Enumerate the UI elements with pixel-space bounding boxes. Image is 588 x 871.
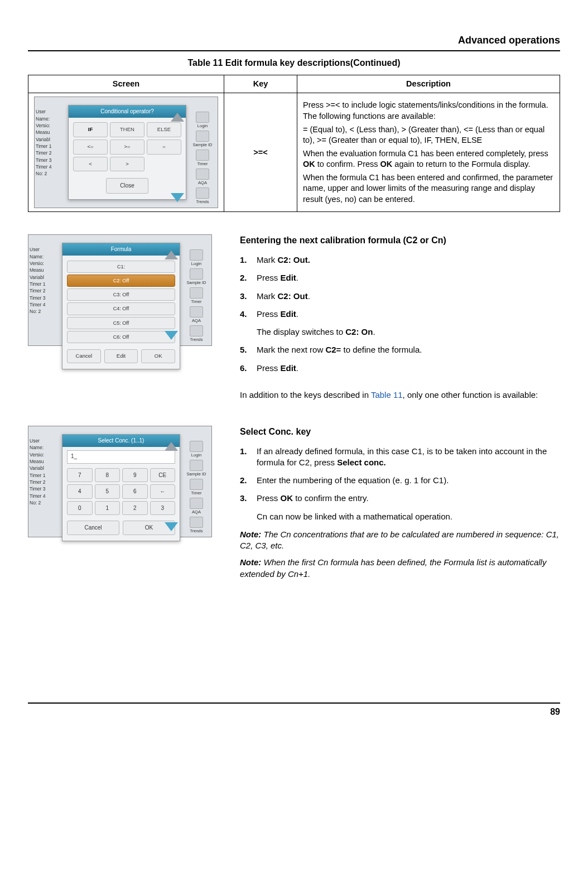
cell-key: >=< — [224, 93, 297, 212]
key-8[interactable]: 8 — [95, 468, 121, 483]
key-4[interactable]: 4 — [67, 484, 93, 499]
trends-icon[interactable] — [196, 187, 209, 199]
dialog-numpad: Select Conc. (1..1) 1_ 7 8 9 CE 4 5 6 ← … — [62, 434, 180, 541]
scroll-up-icon[interactable] — [171, 113, 184, 122]
op-gte[interactable]: >= — [110, 139, 144, 155]
formula-row-c6[interactable]: C6: Off — [67, 331, 175, 343]
cell-description: Press >=< to include logic statements/li… — [297, 93, 560, 212]
screenshot-formula-list: User Name: Versio: Measu Variabl Timer 1… — [28, 234, 212, 346]
key-0[interactable]: 0 — [67, 501, 93, 516]
key-backspace[interactable]: ← — [150, 484, 176, 499]
dialog-title: Formula — [62, 243, 180, 256]
aqa-icon[interactable] — [196, 169, 209, 180]
section-entering-next-formula: User Name: Versio: Measu Variabl Timer 1… — [28, 234, 560, 409]
login-icon[interactable] — [196, 112, 209, 123]
section-heading: Eentering the next calibration formula (… — [240, 234, 560, 247]
table-caption: Table 11 Edit formula key descriptions(C… — [28, 57, 560, 69]
aqa-icon[interactable] — [190, 306, 203, 317]
th-key: Key — [224, 75, 297, 93]
scroll-down-icon[interactable] — [165, 331, 178, 340]
op-else[interactable]: ELSE — [147, 122, 181, 137]
table-row: User Name: Versio: Measu Variabl Timer 1… — [28, 93, 560, 212]
th-screen: Screen — [28, 75, 224, 93]
header-rule — [28, 50, 560, 51]
key-9[interactable]: 9 — [122, 468, 148, 483]
right-toolbar: Login Sample ID Timer AQA Trends — [184, 247, 209, 344]
formula-row-c5[interactable]: C5: Off — [67, 317, 175, 329]
side-labels: User Name: Versio: Measu Variabl Timer 1… — [30, 246, 46, 315]
key-3[interactable]: 3 — [150, 501, 176, 516]
scroll-up-icon[interactable] — [165, 442, 178, 451]
side-labels: User Name: Versio: Measu Variabl Timer 1… — [30, 437, 46, 506]
key-2[interactable]: 2 — [122, 501, 148, 516]
side-labels: User Name: Versio: Measu Variabl Timer 1… — [36, 108, 52, 177]
trends-icon[interactable] — [190, 517, 203, 528]
op-lt[interactable]: < — [73, 157, 108, 172]
aqa-icon[interactable] — [190, 498, 203, 509]
note-1: Note: The Cn concentrations that are to … — [240, 529, 560, 552]
key-ce[interactable]: CE — [150, 468, 176, 483]
op-lte[interactable]: <= — [73, 139, 108, 155]
edit-button[interactable]: Edit — [104, 349, 138, 363]
op-if[interactable]: IF — [73, 122, 108, 137]
trends-icon[interactable] — [190, 325, 203, 336]
key-5[interactable]: 5 — [95, 484, 121, 499]
op-eq[interactable]: = — [147, 139, 181, 155]
screenshot-select-conc: User Name: Versio: Measu Variabl Timer 1… — [28, 426, 212, 537]
th-description: Description — [297, 75, 560, 93]
steps-list: 1.If an already defined formula, in this… — [240, 446, 560, 522]
timer-icon[interactable] — [196, 150, 209, 161]
op-gt[interactable]: > — [110, 157, 144, 172]
dialog-formula: Formula C1: C2: Off C3: Off C4: Off C5: … — [62, 243, 180, 369]
formula-row-c4[interactable]: C4: Off — [67, 302, 175, 315]
close-button[interactable]: Close — [106, 178, 148, 194]
login-icon[interactable] — [190, 249, 203, 261]
cancel-button[interactable]: Cancel — [67, 349, 101, 363]
cancel-button[interactable]: Cancel — [67, 521, 119, 535]
sample-id-icon[interactable] — [196, 131, 209, 142]
footer-rule — [28, 702, 560, 704]
key-6[interactable]: 6 — [122, 484, 148, 499]
right-toolbar: Login Sample ID Timer AQA Trends — [184, 439, 209, 536]
numpad-input[interactable]: 1_ — [67, 450, 175, 464]
screenshot-conditional-operator: User Name: Versio: Measu Variabl Timer 1… — [34, 97, 218, 208]
timer-icon[interactable] — [190, 479, 203, 490]
dialog-title: Select Conc. (1..1) — [62, 435, 180, 447]
scroll-down-icon[interactable] — [171, 193, 184, 202]
ok-button[interactable]: OK — [141, 349, 175, 363]
formula-key-table: Screen Key Description User Name: Versio… — [28, 75, 560, 213]
formula-row-c2[interactable]: C2: Off — [67, 275, 175, 287]
section-heading: Select Conc. key — [240, 426, 560, 438]
key-1[interactable]: 1 — [95, 501, 121, 516]
dialog-title: Conditional operator? — [69, 105, 186, 118]
page-number: 89 — [28, 706, 560, 718]
timer-icon[interactable] — [190, 287, 203, 299]
formula-row-c3[interactable]: C3: Off — [67, 288, 175, 301]
note-2: Note: When the first Cn formula has been… — [240, 557, 560, 580]
table-11-link[interactable]: Table 11 — [371, 390, 403, 400]
section-header: Advanced operations — [28, 33, 560, 47]
steps-list: 1.Mark C2: Out. 2.Press Edit. 3.Mark C2:… — [240, 254, 560, 374]
sample-id-icon[interactable] — [190, 268, 203, 280]
dialog-conditional: Conditional operator? IF THEN ELSE <= >=… — [68, 105, 186, 199]
login-icon[interactable] — [190, 441, 203, 452]
sample-id-icon[interactable] — [190, 460, 203, 471]
cell-screen: User Name: Versio: Measu Variabl Timer 1… — [28, 93, 224, 212]
key-7[interactable]: 7 — [67, 468, 93, 483]
scroll-down-icon[interactable] — [165, 522, 178, 531]
scroll-up-icon[interactable] — [165, 251, 178, 259]
section-select-conc: User Name: Versio: Measu Variabl Timer 1… — [28, 426, 560, 585]
op-then[interactable]: THEN — [110, 122, 144, 137]
transition-paragraph: In addition to the keys described in Tab… — [240, 389, 560, 401]
formula-row-c1[interactable]: C1: — [67, 261, 175, 273]
right-toolbar: Login Sample ID Timer AQA Trends — [190, 109, 215, 206]
